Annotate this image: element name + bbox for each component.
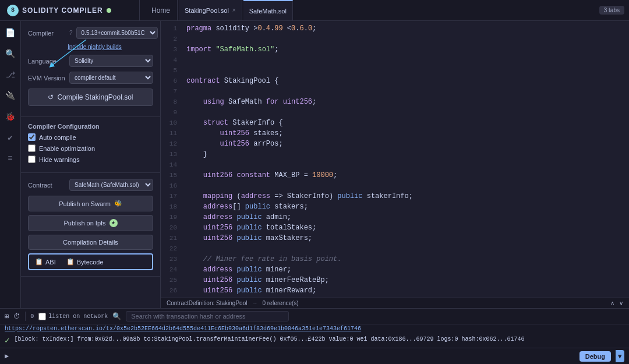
- evm-row: EVM Version compiler default: [28, 72, 153, 84]
- editor-status-bar: ContractDefinition: StakingPool → 0 refe…: [161, 298, 629, 308]
- line-numbers: 1234567891011121314151617181920212223242…: [161, 21, 182, 298]
- compilation-details-button[interactable]: Compilation Details: [28, 235, 153, 250]
- config-section: Compiler Configuration Auto compile Enab…: [21, 117, 160, 173]
- copy-icon: 📋: [35, 258, 43, 266]
- debug-dropdown-button[interactable]: ▾: [616, 350, 624, 362]
- publish-ipfs-label: Publish on Ipfs: [63, 220, 105, 227]
- publish-swarm-button[interactable]: Publish on Swarm 🐝: [28, 196, 153, 211]
- search-icon[interactable]: 🔍: [3, 47, 17, 61]
- tx-link[interactable]: https://ropsten.etherscan.io/tx/0x5e2b52…: [0, 324, 629, 333]
- icon-sidebar: 📄 🔍 ⎇ 🔌 🐞 ✔ ≡: [0, 21, 21, 308]
- terminal-icon[interactable]: ⊞: [5, 312, 9, 321]
- compiler-section: Compiler ? 0.5.13+commit.5b0b51C Include…: [21, 21, 160, 117]
- bytecode-button[interactable]: 📋 Bytecode: [63, 257, 107, 267]
- gas-count: 0: [30, 313, 34, 320]
- abi-bytecode-area: 📋 ABI 📋 Bytecode: [28, 253, 153, 270]
- console-input[interactable]: [13, 353, 575, 360]
- enable-opt-checkbox[interactable]: [28, 144, 36, 152]
- config-title: Compiler Configuration: [28, 123, 153, 130]
- separator: [25, 312, 26, 321]
- logo-area: S SOLIDITY COMPILER: [0, 0, 140, 20]
- debug-button[interactable]: Debug: [579, 351, 611, 362]
- tab-staking-pool[interactable]: StakingPool.sol ×: [179, 0, 242, 20]
- search2-icon[interactable]: 🔍: [112, 312, 121, 321]
- main-area: 📄 🔍 ⎇ 🔌 🐞 ✔ ≡ Compiler ? 0.5.13+commit.5…: [0, 21, 629, 308]
- logo-icon: S: [7, 5, 19, 16]
- console-panel: ⊞ ⏱ 0 listen on network 🔍 Search with tr…: [0, 308, 629, 364]
- compiler-select[interactable]: 0.5.13+commit.5b0b51C: [76, 27, 158, 39]
- compilation-details-label: Compilation Details: [63, 239, 118, 246]
- tabs-area: Home StakingPool.sol × SafeMath.sol 3 ta…: [140, 0, 629, 20]
- files-icon[interactable]: 📄: [3, 26, 17, 40]
- plugin-icon[interactable]: 🔌: [3, 89, 17, 103]
- console-log-entry: ✓ [block: txIndex:] from:0x62d...09a8b t…: [0, 333, 629, 348]
- compiler-panel: Compiler ? 0.5.13+commit.5b0b51C Include…: [21, 21, 161, 308]
- compiler-label: Compiler: [28, 30, 66, 37]
- swarm-icon: 🐝: [114, 200, 122, 207]
- evm-select[interactable]: compiler default: [69, 72, 153, 84]
- listen-network-label: listen on network: [48, 313, 108, 320]
- console-input-bar: ▶ Debug ▾: [0, 348, 629, 364]
- success-icon: ✓: [5, 335, 9, 345]
- compile-label: Compile StakingPool.sol: [57, 93, 133, 101]
- contract-section: Contract SafeMath (SafeMath.sol) Publish…: [21, 173, 160, 277]
- contract-row: Contract SafeMath (SafeMath.sol): [28, 179, 153, 191]
- hide-warnings-checkbox[interactable]: [28, 156, 36, 163]
- auto-compile-row[interactable]: Auto compile: [28, 133, 153, 141]
- app-title: SOLIDITY COMPILER: [22, 6, 103, 15]
- listen-network-checkbox[interactable]: [38, 313, 46, 320]
- console-search-input[interactable]: [126, 311, 289, 321]
- topbar: S SOLIDITY COMPILER Home StakingPool.sol…: [0, 0, 629, 21]
- auto-compile-label: Auto compile: [39, 134, 76, 141]
- clock-icon[interactable]: ⏱: [13, 312, 20, 321]
- compile-button[interactable]: ↺ Compile StakingPool.sol: [28, 89, 153, 106]
- auto-compile-checkbox[interactable]: [28, 133, 36, 141]
- contract-select[interactable]: SafeMath (SafeMath.sol): [69, 179, 153, 191]
- copy2-icon: 📋: [66, 258, 75, 266]
- tab-label: SafeMath.sol: [249, 8, 287, 15]
- git-icon[interactable]: ⎇: [3, 68, 17, 82]
- contract-label: Contract: [28, 182, 66, 189]
- code-content[interactable]: pragma solidity >0.4.99 <0.6.0;import "S…: [182, 21, 629, 298]
- close-icon[interactable]: ×: [232, 7, 236, 13]
- debug-panel-icon[interactable]: 🐞: [3, 109, 17, 123]
- home-tab[interactable]: Home: [144, 0, 178, 20]
- log-text: [block: txIndex:] from:0x62d...09a8b to:…: [14, 335, 524, 344]
- listen-network-row[interactable]: listen on network: [38, 313, 108, 320]
- language-select[interactable]: Solidity: [69, 55, 153, 67]
- verify-icon[interactable]: ✔: [3, 130, 17, 144]
- abi-label: ABI: [45, 259, 56, 266]
- enable-opt-label: Enable optimization: [39, 145, 95, 152]
- references-count: 0 reference(s): [262, 300, 298, 306]
- include-builds-link[interactable]: Include nightly builds: [68, 44, 153, 50]
- hide-warnings-label: Hide warnings: [39, 156, 80, 163]
- tab-label: StakingPool.sol: [185, 7, 229, 14]
- abi-button[interactable]: 📋 ABI: [31, 257, 59, 267]
- tab-safemath[interactable]: SafeMath.sol: [243, 0, 293, 20]
- status-badge: [107, 8, 111, 13]
- chevron-up-icon[interactable]: ∧: [610, 300, 614, 306]
- language-label: Language: [28, 58, 66, 65]
- chevron-down-icon[interactable]: ∨: [619, 300, 623, 306]
- hide-warnings-row[interactable]: Hide warnings: [28, 156, 153, 163]
- code-editor: 1234567891011121314151617181920212223242…: [161, 21, 629, 308]
- tabs-count: 3 tabs: [599, 6, 624, 15]
- language-row: Language Solidity: [28, 55, 153, 67]
- code-area[interactable]: 1234567891011121314151617181920212223242…: [161, 21, 629, 298]
- evm-label: EVM Version: [28, 75, 66, 82]
- compiler-row: Compiler ? 0.5.13+commit.5b0b51C: [28, 27, 153, 39]
- publish-swarm-label: Publish on Swarm: [59, 200, 111, 207]
- bytecode-label: Bytecode: [77, 259, 104, 266]
- publish-ipfs-button[interactable]: Publish on Ipfs ★: [28, 215, 153, 231]
- console-toolbar: ⊞ ⏱ 0 listen on network 🔍 Search with tr…: [0, 309, 629, 324]
- prompt-arrow: ▶: [5, 352, 9, 361]
- more-icon[interactable]: ≡: [3, 151, 17, 165]
- compile-icon: ↺: [48, 93, 54, 101]
- contract-definition: ContractDefinition: StakingPool: [167, 300, 247, 306]
- enable-opt-row[interactable]: Enable optimization: [28, 144, 153, 152]
- compiler-help-icon[interactable]: ?: [69, 30, 73, 36]
- ipfs-icon: ★: [109, 219, 118, 227]
